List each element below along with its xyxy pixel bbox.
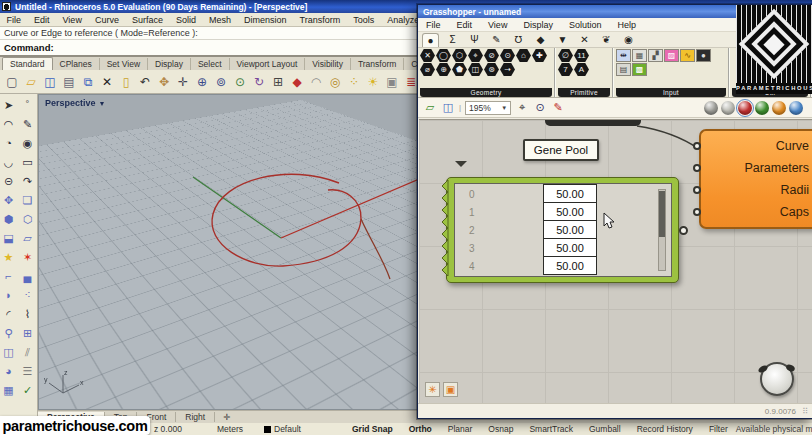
component-icon[interactable]: ⊛ bbox=[484, 63, 499, 76]
toolbar-icon[interactable]: ▱ bbox=[22, 73, 40, 91]
component-icon[interactable]: ⌂ bbox=[516, 49, 531, 62]
toolbar-icon[interactable]: ◠ bbox=[307, 73, 325, 91]
perspective-viewport[interactable]: Perspective ▼ z x y bbox=[38, 94, 418, 410]
canvas-tool-icon[interactable]: ▱ bbox=[423, 101, 437, 115]
sidebar-tool-icon[interactable]: ◕ bbox=[0, 363, 17, 380]
sidebar-tool-icon[interactable]: ⬓ bbox=[0, 230, 17, 247]
toolbar-tab[interactable]: Transform bbox=[351, 58, 404, 70]
component-icon[interactable]: ⬡ bbox=[452, 49, 467, 62]
gene-pool-component[interactable]: 0 50.00 1 50.00 2 50.00 3 50.00 4 bbox=[446, 177, 679, 283]
toolbar-icon[interactable]: ▢ bbox=[3, 73, 21, 91]
display-mode-icon[interactable] bbox=[721, 101, 735, 115]
rhino-menu-item[interactable]: Solid bbox=[169, 15, 202, 25]
toolbar-icon[interactable]: ◫ bbox=[41, 73, 59, 91]
rhino-menu-item[interactable]: File bbox=[0, 15, 28, 25]
status-toggle[interactable]: Planar bbox=[440, 424, 481, 434]
component-icon[interactable]: ◯ bbox=[436, 49, 451, 62]
component-icon[interactable]: ⌀ bbox=[420, 63, 435, 76]
sidebar-tool-icon[interactable]: ⁖ bbox=[19, 287, 36, 304]
group-label[interactable]: Input bbox=[616, 88, 726, 97]
sidebar-tool-icon[interactable]: ▭ bbox=[19, 154, 36, 171]
sidebar-tool-icon[interactable]: ⚲ bbox=[0, 325, 17, 342]
sidebar-tool-icon[interactable]: ★ bbox=[0, 249, 17, 266]
gene-pool-scrollbar[interactable] bbox=[658, 189, 666, 271]
component-icon[interactable]: ⇹ bbox=[616, 49, 631, 62]
sidebar-tool-icon[interactable]: ☰ bbox=[19, 363, 36, 380]
input-connector[interactable] bbox=[693, 208, 701, 216]
zoom-level-select[interactable]: 195% ▼ bbox=[465, 101, 511, 115]
canvas-tool-icon[interactable]: ✎ bbox=[551, 101, 565, 115]
display-mode-icon[interactable] bbox=[738, 101, 752, 115]
toolbar-tab[interactable]: Set View bbox=[100, 58, 148, 70]
category-tab-icon[interactable]: ◉ bbox=[620, 33, 637, 47]
gene-pool-output-connector[interactable] bbox=[679, 226, 688, 235]
gene-value-slider[interactable]: 50.00 bbox=[543, 220, 597, 239]
rhino-menu-item[interactable]: View bbox=[56, 15, 88, 25]
category-tab-icon[interactable]: ℧ bbox=[510, 33, 527, 47]
canvas-tool-icon[interactable]: ⊙ bbox=[533, 101, 547, 115]
category-tab-icon[interactable]: ● bbox=[422, 33, 439, 47]
category-tab-icon[interactable]: ✎ bbox=[488, 33, 505, 47]
sidebar-tool-icon[interactable]: ✎ bbox=[19, 116, 36, 133]
rhino-menu-item[interactable]: Mesh bbox=[202, 15, 237, 25]
sidebar-tool-icon[interactable]: ◫ bbox=[0, 344, 17, 361]
sidebar-tool-icon[interactable]: ˚ bbox=[19, 97, 36, 114]
sidebar-tool-icon[interactable]: ↷ bbox=[19, 173, 36, 190]
component-icon[interactable]: ➝ bbox=[500, 63, 515, 76]
input-connector[interactable] bbox=[693, 186, 701, 194]
component-icon[interactable]: ⊕ bbox=[436, 63, 451, 76]
toolbar-tab[interactable]: Display bbox=[148, 58, 191, 70]
add-viewport-icon[interactable]: ✛ bbox=[215, 412, 238, 422]
display-mode-icon[interactable] bbox=[772, 101, 786, 115]
component-icon[interactable]: ▤ bbox=[616, 63, 631, 76]
component-icon[interactable]: ◫ bbox=[468, 63, 483, 76]
grasshopper-menu-item[interactable]: View bbox=[480, 20, 515, 30]
sidebar-tool-icon[interactable]: ◔ bbox=[0, 135, 17, 152]
component-icon[interactable]: 11 bbox=[574, 49, 589, 62]
input-connector[interactable] bbox=[693, 164, 701, 172]
gene-value-slider[interactable]: 50.00 bbox=[543, 256, 597, 275]
toolbar-icon[interactable]: ✥ bbox=[155, 73, 173, 91]
status-toggle[interactable]: Ortho bbox=[401, 424, 440, 434]
toolbar-tab[interactable]: Standard bbox=[2, 57, 53, 70]
sidebar-tool-icon[interactable]: ⌇ bbox=[19, 306, 36, 323]
grasshopper-menu-item[interactable]: Help bbox=[609, 20, 644, 30]
toolbar-icon[interactable]: ▤ bbox=[60, 73, 78, 91]
component-icon[interactable]: ● bbox=[696, 49, 711, 62]
toolbar-icon[interactable]: ☀ bbox=[364, 73, 382, 91]
component-icon[interactable]: ▦ bbox=[632, 49, 647, 62]
sidebar-tool-icon[interactable]: ⊞ bbox=[19, 325, 36, 342]
sidebar-tool-icon[interactable]: ▄ bbox=[19, 268, 36, 285]
gene-value-slider[interactable]: 50.00 bbox=[543, 184, 597, 203]
toolbar-icon[interactable]: ⊞ bbox=[269, 73, 287, 91]
status-toggle[interactable]: Osnap bbox=[480, 424, 521, 434]
component-icon[interactable]: ▞ bbox=[648, 49, 663, 62]
display-mode-icon[interactable] bbox=[755, 101, 769, 115]
sidebar-tool-icon[interactable]: ➤ bbox=[0, 97, 17, 114]
toolbar-icon[interactable]: ▯ bbox=[117, 73, 135, 91]
group-label[interactable]: Primitive bbox=[558, 88, 610, 97]
input-connector[interactable] bbox=[693, 142, 701, 150]
component-icon[interactable]: 7 bbox=[558, 63, 573, 76]
toolbar-tab[interactable]: CPlanes bbox=[53, 58, 100, 70]
category-tab-icon[interactable]: Σ bbox=[444, 33, 461, 47]
category-tab-icon[interactable]: ▼ bbox=[554, 33, 571, 47]
component-icon[interactable]: ∿ bbox=[680, 49, 695, 62]
toolbar-tab[interactable]: Viewport Layout bbox=[230, 58, 306, 70]
category-tab-icon[interactable]: ◆ bbox=[532, 33, 549, 47]
status-toggle[interactable]: Gumball bbox=[581, 424, 629, 434]
grasshopper-menu-item[interactable]: Display bbox=[515, 20, 561, 30]
rhino-menu-item[interactable]: Curve bbox=[88, 15, 125, 25]
sidebar-tool-icon[interactable]: ⬡ bbox=[19, 211, 36, 228]
toolbar-icon[interactable]: ⧉ bbox=[79, 73, 97, 91]
group-label[interactable]: Geometry bbox=[420, 88, 552, 97]
component-icon[interactable]: ⬟ bbox=[452, 63, 467, 76]
rhino-menu-item[interactable]: Dimension bbox=[237, 15, 293, 25]
rhino-menu-item[interactable]: Transform bbox=[293, 15, 347, 25]
scrollbar-thumb[interactable] bbox=[659, 191, 665, 237]
status-toggle[interactable]: SmartTrack bbox=[521, 424, 581, 434]
grasshopper-menu-item[interactable]: Solution bbox=[561, 20, 610, 30]
status-toggle[interactable]: Filter bbox=[701, 424, 736, 434]
toolbar-icon[interactable]: ◎ bbox=[326, 73, 344, 91]
canvas-corner-icon[interactable]: ✳ bbox=[425, 382, 440, 397]
